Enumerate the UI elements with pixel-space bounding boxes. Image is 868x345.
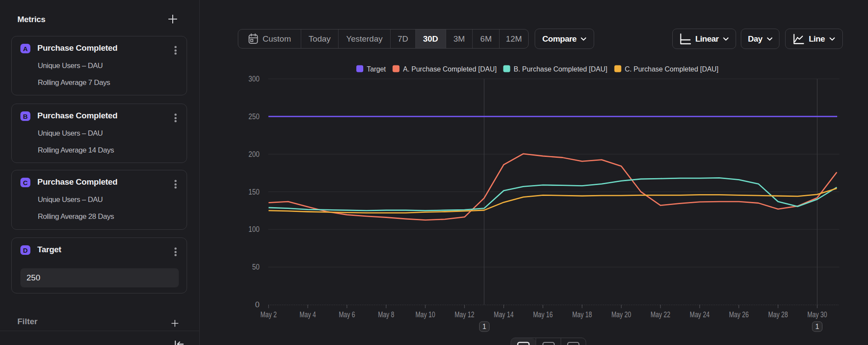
svg-text:May 18: May 18	[572, 310, 592, 319]
svg-text:Target: Target	[367, 65, 386, 73]
svg-text:May 6: May 6	[339, 310, 355, 319]
svg-text:150: 150	[249, 187, 260, 196]
svg-text:50: 50	[252, 262, 260, 271]
svg-text:May 26: May 26	[729, 310, 749, 319]
svg-text:100: 100	[249, 225, 260, 234]
svg-text:200: 200	[249, 150, 260, 159]
svg-text:May 12: May 12	[455, 310, 475, 319]
svg-text:May 8: May 8	[378, 310, 395, 319]
svg-text:250: 250	[249, 112, 260, 121]
svg-text:May 4: May 4	[299, 310, 316, 319]
svg-text:300: 300	[249, 74, 260, 83]
svg-text:B. Purchase Completed [DAU]: B. Purchase Completed [DAU]	[514, 65, 608, 73]
svg-text:May 30: May 30	[807, 310, 827, 319]
svg-text:1: 1	[815, 323, 819, 330]
svg-text:A. Purchase Completed [DAU]: A. Purchase Completed [DAU]	[403, 65, 497, 73]
svg-text:May 28: May 28	[768, 310, 788, 319]
svg-text:May 2: May 2	[260, 310, 277, 319]
svg-text:0: 0	[255, 300, 260, 309]
svg-text:May 14: May 14	[494, 310, 514, 319]
svg-text:May 10: May 10	[415, 310, 435, 319]
svg-text:C. Purchase Completed [DAU]: C. Purchase Completed [DAU]	[625, 65, 719, 73]
svg-text:1: 1	[483, 323, 487, 330]
svg-text:May 20: May 20	[612, 310, 631, 319]
svg-text:May 22: May 22	[651, 310, 671, 319]
svg-text:May 24: May 24	[690, 310, 710, 319]
svg-text:May 16: May 16	[533, 310, 553, 319]
